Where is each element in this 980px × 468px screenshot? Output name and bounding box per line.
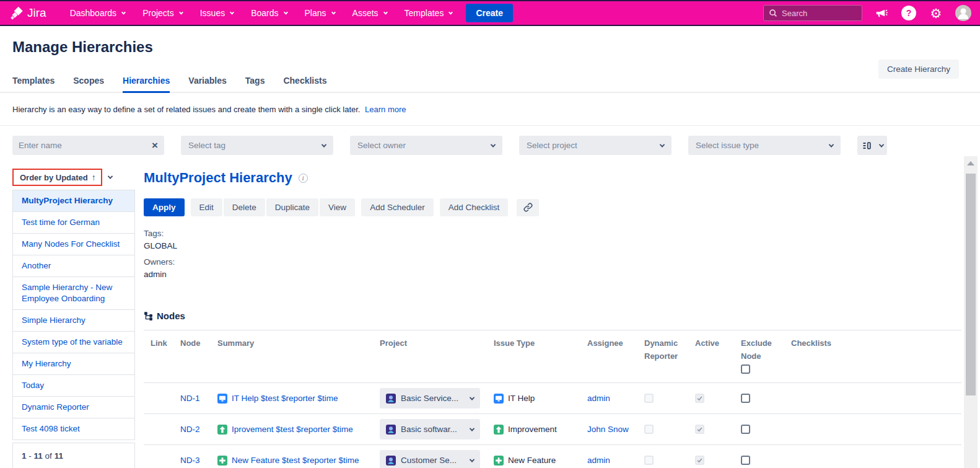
nav-item-templates[interactable]: Templates <box>397 4 460 22</box>
table-row: ND-1 IT Help $test $reporter $time Basic… <box>144 382 961 413</box>
hierarchy-list-item[interactable]: System type of the variable <box>13 332 134 353</box>
view-button[interactable]: View <box>320 198 355 216</box>
scroll-up-arrow-icon[interactable] <box>967 161 974 166</box>
hierarchy-list-item[interactable]: Today <box>13 375 134 397</box>
hierarchy-list-item[interactable]: My Hierarchy <box>13 353 134 375</box>
clear-name-icon[interactable]: × <box>152 140 158 151</box>
tab-tags[interactable]: Tags <box>245 71 265 92</box>
project-dropdown[interactable]: Customer Se... <box>380 450 480 468</box>
hierarchy-list-item[interactable]: Test time for German <box>13 212 134 234</box>
hierarchy-list-item[interactable]: Simple Hierarchy <box>13 310 134 332</box>
table-row: ND-2 Iprovement $test $reporter $time Ba… <box>144 413 961 444</box>
apply-button[interactable]: Apply <box>144 198 185 216</box>
exclude-node-checkbox[interactable] <box>741 425 750 434</box>
tab-variables[interactable]: Variables <box>188 71 227 92</box>
project-dropdown[interactable]: Basic Service... <box>380 388 480 408</box>
tab-scopes[interactable]: Scopes <box>73 71 104 92</box>
copy-link-button[interactable] <box>517 199 539 216</box>
summary-link[interactable]: New Feature $test $reporter $time <box>232 456 359 465</box>
column-header-dynamic-reporter: Dynamic Reporter <box>644 337 695 363</box>
active-checkbox <box>695 425 704 434</box>
exclude-all-checkbox[interactable] <box>741 364 750 374</box>
column-header-assignee: Assignee <box>587 337 644 350</box>
tab-templates[interactable]: Templates <box>12 71 55 92</box>
tab-checklists[interactable]: Checklists <box>283 71 326 92</box>
create-hierarchy-button[interactable]: Create Hierarchy <box>878 60 959 79</box>
filter-select-owner[interactable]: Select owner <box>350 136 502 155</box>
node-link[interactable]: ND-1 <box>180 394 200 403</box>
hierarchy-list-item[interactable]: Test 4098 ticket <box>13 418 134 439</box>
create-button[interactable]: Create <box>466 4 513 22</box>
order-by-chevron-icon[interactable] <box>108 174 113 179</box>
nav-item-issues[interactable]: Issues <box>193 4 241 22</box>
project-avatar <box>386 394 396 404</box>
hierarchy-list-item[interactable]: MultyProject Hierarchy <box>13 190 134 212</box>
page-total: 11 <box>55 451 63 461</box>
view-toggle-button[interactable] <box>857 136 887 155</box>
tabs-row: TemplatesScopesHierarchiesVariablesTagsC… <box>0 71 980 93</box>
name-filter: × <box>12 136 164 155</box>
add-scheduler-button[interactable]: Add Scheduler <box>361 198 434 216</box>
duplicate-button[interactable]: Duplicate <box>266 198 318 216</box>
info-icon[interactable]: i <box>299 174 308 183</box>
summary-link[interactable]: IT Help $test $reporter $time <box>232 394 338 403</box>
filter-select-tag[interactable]: Select tag <box>181 136 333 155</box>
hierarchy-list-item[interactable]: Many Nodes For Checklist <box>13 234 134 255</box>
exclude-node-checkbox[interactable] <box>741 456 750 465</box>
add-checklist-button[interactable]: Add Checklist <box>440 198 509 216</box>
user-avatar[interactable] <box>955 5 971 21</box>
nav-item-boards[interactable]: Boards <box>243 4 294 22</box>
nodes-title: Nodes <box>157 311 185 321</box>
scrollbar-thumb[interactable] <box>966 174 976 395</box>
owners-label: Owners: <box>144 256 961 268</box>
settings-button[interactable]: ⚙ <box>928 5 944 21</box>
tab-hierarchies[interactable]: Hierarchies <box>123 71 170 92</box>
nav-item-dashboards[interactable]: Dashboards <box>63 4 133 22</box>
hierarchy-list-item[interactable]: Dynamic Reporter <box>13 397 134 418</box>
name-filter-input[interactable] <box>19 141 152 150</box>
column-header-active: Active <box>695 337 741 350</box>
edit-button[interactable]: Edit <box>191 198 222 216</box>
help-icon: ? <box>901 6 916 20</box>
sort-ascending-icon: ↑ <box>92 172 96 182</box>
column-header-project: Project <box>380 337 494 350</box>
summary-link[interactable]: Iprovement $test $reporter $time <box>232 425 353 434</box>
filter-select-project[interactable]: Select project <box>519 136 672 155</box>
hierarchy-list-item[interactable]: Another <box>13 255 134 277</box>
person-icon <box>955 5 971 21</box>
announcements-button[interactable] <box>873 5 890 21</box>
nav-item-projects[interactable]: Projects <box>135 4 190 22</box>
chevron-down-icon <box>660 142 665 147</box>
tags-value: GLOBAL <box>144 240 961 252</box>
active-checkbox <box>695 394 704 403</box>
hierarchy-list-item[interactable]: Sample Hierarchy - New Employee Onboardi… <box>13 277 134 310</box>
exclude-node-checkbox[interactable] <box>741 394 750 403</box>
chevron-down-icon <box>470 426 475 431</box>
it-help-icon <box>217 394 227 404</box>
description-row: Hierarchy is an easy way to define a set… <box>0 93 980 126</box>
assignee-link[interactable]: admin <box>587 456 610 465</box>
vertical-scrollbar[interactable] <box>964 156 978 468</box>
column-header-link: Link <box>151 337 180 350</box>
node-link[interactable]: ND-2 <box>180 425 200 434</box>
learn-more-link[interactable]: Learn more <box>365 105 406 114</box>
filter-select-issue-type[interactable]: Select issue type <box>688 136 841 155</box>
assignee-link[interactable]: admin <box>587 394 610 403</box>
help-button[interactable]: ? <box>901 5 917 21</box>
nav-item-assets[interactable]: Assets <box>345 4 395 22</box>
dynamic-reporter-checkbox <box>644 456 654 465</box>
node-link[interactable]: ND-3 <box>180 456 200 465</box>
nav-item-plans[interactable]: Plans <box>297 4 343 22</box>
top-navigation: Jira DashboardsProjectsIssuesBoardsPlans… <box>0 0 980 26</box>
it-help-icon <box>494 394 504 404</box>
new-feature-icon <box>494 456 504 466</box>
search-box[interactable] <box>763 5 862 21</box>
chevron-down-icon <box>230 10 234 14</box>
assignee-link[interactable]: John Snow <box>587 425 629 434</box>
order-by-button[interactable]: Order by Updated ↑ <box>12 169 102 186</box>
delete-button[interactable]: Delete <box>224 198 265 216</box>
search-input[interactable] <box>782 9 850 18</box>
chevron-down-icon <box>179 10 183 14</box>
project-dropdown[interactable]: Basic softwar... <box>380 419 480 439</box>
jira-logo[interactable]: Jira <box>9 5 46 21</box>
